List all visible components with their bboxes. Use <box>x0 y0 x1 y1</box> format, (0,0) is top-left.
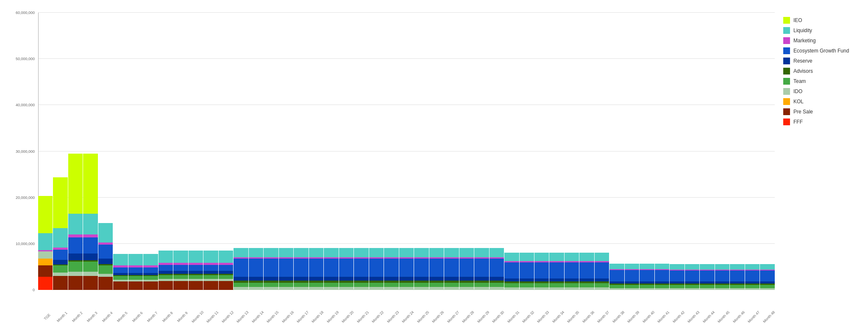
bar-segment-team <box>399 283 414 287</box>
bar-segment-team <box>219 275 233 279</box>
x-tick: Month 37 <box>597 310 610 323</box>
bar-segment-presale <box>38 265 53 277</box>
bar-segment-ido <box>760 288 774 290</box>
bar-segment-liquidity <box>53 228 67 248</box>
bar-segment-ido <box>700 288 714 290</box>
bar-segment-ecosystemgrowthfund <box>685 270 699 281</box>
bar-group <box>504 13 519 290</box>
bar-segment-ecosystemgrowthfund <box>98 245 113 259</box>
bar-segment-team <box>53 265 67 272</box>
bar-segment-presale <box>68 276 83 290</box>
bar-segment-reserve <box>534 278 549 282</box>
bar-segment-liquidity <box>354 248 368 257</box>
bar-segment-ido <box>730 288 744 290</box>
bar-group <box>534 13 549 290</box>
x-tick: Month 24 <box>401 310 415 323</box>
chart-area: 010,000,00020,000,00030,000,00040,000,00… <box>4 8 779 324</box>
legend-item: Ecosystem Growth Fund <box>783 47 860 54</box>
x-tick: Month 36 <box>581 310 595 323</box>
x-tick: Month 9 <box>175 310 189 323</box>
bar-segment-ido <box>745 288 760 290</box>
bar-segment-ecosystemgrowthfund <box>159 265 173 271</box>
bar-segment-ecosystemgrowthfund <box>324 259 338 277</box>
bar-segment-liquidity <box>173 251 188 263</box>
x-tick: Month 4 <box>100 310 114 323</box>
bar-group <box>369 13 384 290</box>
legend-color-box <box>783 119 790 125</box>
bar-segment-reserve <box>339 277 353 281</box>
bar-group <box>595 13 609 290</box>
x-tick: Month 16 <box>281 310 295 323</box>
bar-segment-fff <box>38 277 53 290</box>
x-tick: Month 45 <box>717 310 730 323</box>
bar-segment-team <box>249 283 263 287</box>
bar-segment-reserve <box>549 278 564 282</box>
bar-segment-team <box>520 283 534 287</box>
bar-segment-reserve <box>384 277 398 281</box>
bar-segment-ido <box>520 287 534 290</box>
bar-segment-reserve <box>459 277 474 281</box>
bar-segment-liquidity <box>98 223 113 243</box>
bar-segment-ecosystemgrowthfund <box>549 262 564 278</box>
bar-segment-ido <box>324 287 338 290</box>
bar-segment-team <box>459 283 474 287</box>
bar-segment-team <box>234 283 248 287</box>
bar-segment-team <box>369 283 384 287</box>
bar-group <box>730 13 744 290</box>
bar-segment-presale <box>128 281 143 290</box>
bar-segment-presale <box>53 276 67 290</box>
bar-group <box>173 13 188 290</box>
y-tick: 30,000,000 <box>6 149 38 153</box>
legend-label: Team <box>793 78 806 84</box>
bar-segment-liquidity <box>339 248 353 257</box>
bar-segment-team <box>444 283 459 287</box>
bar-group <box>745 13 760 290</box>
bar-segment-ieo <box>68 154 83 214</box>
bar-segment-reserve <box>504 278 519 282</box>
bar-segment-team <box>384 283 398 287</box>
bar-segment-team <box>189 275 203 279</box>
x-tick: Month 10 <box>191 310 204 323</box>
bar-segment-team <box>715 285 729 288</box>
bar-segment-kol <box>38 259 53 265</box>
x-tick: Month 34 <box>551 310 565 323</box>
bar-segment-ido <box>264 287 278 290</box>
bar-segment-team <box>565 283 579 287</box>
bar-segment-ecosystemgrowthfund <box>715 270 729 281</box>
bar-segment-team <box>490 283 504 287</box>
bar-segment-liquidity <box>640 264 654 269</box>
bar-segment-reserve <box>234 277 248 281</box>
bar-segment-ido <box>565 287 579 290</box>
legend-color-box <box>783 78 790 85</box>
bar-segment-ido <box>279 287 293 290</box>
bar-segment-ecosystemgrowthfund <box>339 259 353 277</box>
bar-segment-team <box>98 265 113 274</box>
x-tick: Month 48 <box>762 310 776 323</box>
legend-item: Reserve <box>783 58 860 64</box>
bar-segment-ecosystemgrowthfund <box>83 237 97 254</box>
x-tick: Month 47 <box>747 310 760 323</box>
bar-segment-reserve <box>53 260 67 265</box>
bar-segment-team <box>474 283 489 287</box>
legend-item: IDO <box>783 88 860 95</box>
x-tick: Month 1 <box>56 310 69 323</box>
bar-group <box>579 13 594 290</box>
bar-segment-reserve <box>264 277 278 281</box>
bar-segment-presale <box>219 281 233 290</box>
bar-group <box>609 13 624 290</box>
y-tick: 0 <box>6 288 38 292</box>
bar-segment-team <box>309 283 323 287</box>
bar-segment-liquidity <box>549 253 564 261</box>
bar-segment-ecosystemgrowthfund <box>279 259 293 277</box>
bar-segment-reserve <box>444 277 459 281</box>
y-tick: 40,000,000 <box>6 103 38 107</box>
bar-segment-ecosystemgrowthfund <box>53 250 67 260</box>
legend-item: IEO <box>783 17 860 24</box>
bar-segment-team <box>159 275 173 279</box>
bar-group <box>203 13 218 290</box>
x-tick: Month 44 <box>702 310 715 323</box>
bar-segment-ido <box>309 287 323 290</box>
bar-segment-liquidity <box>685 264 699 270</box>
x-tick: Month 22 <box>371 310 385 323</box>
bar-segment-ecosystemgrowthfund <box>595 262 609 278</box>
